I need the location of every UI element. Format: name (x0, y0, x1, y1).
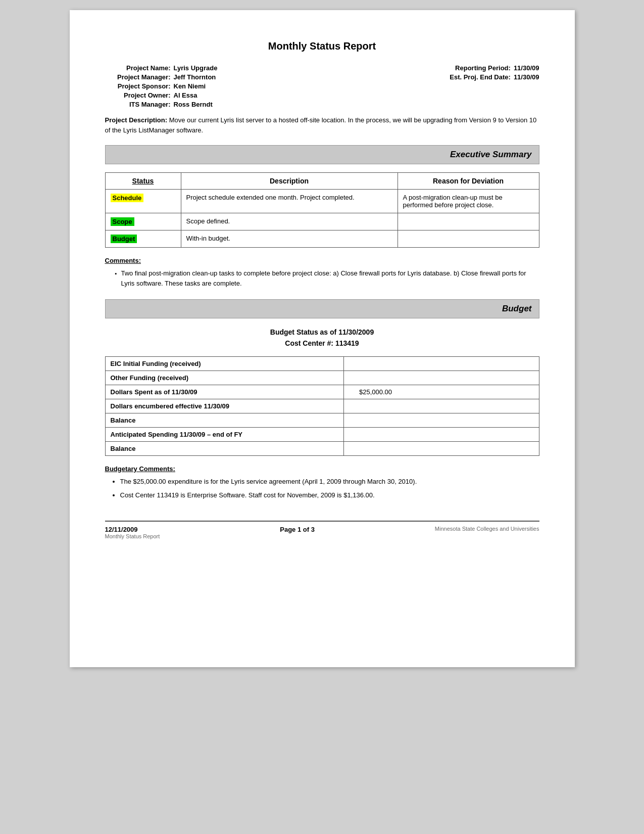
budget-label-cell: Other Funding (received) (105, 370, 343, 385)
budget-value-cell (343, 441, 539, 455)
budget-section-header: Budget (105, 299, 539, 318)
est-end-row: Est. Proj. End Date: 11/30/09 (445, 73, 539, 81)
project-manager-label: Project Manager: (105, 73, 171, 81)
budget-comments-list: The $25,000.00 expenditure is for the Ly… (105, 477, 539, 500)
table-row: ScheduleProject schedule extended one mo… (105, 190, 539, 213)
reporting-period-label: Reporting Period: (445, 64, 511, 72)
project-description: Project Description: Move our current Ly… (105, 115, 539, 135)
executive-summary-header: Executive Summary (105, 145, 539, 164)
comments-title: Comments: (105, 257, 539, 264)
col-reason-header: Reason for Deviation (398, 173, 539, 190)
status-badge: Budget (111, 235, 137, 243)
budget-value-cell (343, 413, 539, 427)
executive-summary-table: Status Description Reason for Deviation … (105, 172, 539, 248)
reason-cell: A post-migration clean-up must be perfor… (398, 190, 539, 213)
project-name-label: Project Name: (105, 64, 171, 72)
project-owner-row: Project Owner: Al Essa (105, 91, 218, 99)
footer-org-name: Minnesota State Colleges and Universitie… (435, 526, 539, 532)
budget-value-cell (343, 399, 539, 413)
footer-date: 12/11/2009 (105, 526, 160, 533)
budget-section-title: Budget (113, 304, 532, 314)
budget-label-cell: Dollars Spent as of 11/30/09 (105, 385, 343, 399)
table-row: Dollars Spent as of 11/30/09$25,000.00 (105, 385, 539, 399)
table-row: Other Funding (received) (105, 370, 539, 385)
reporting-period-value: 11/30/09 (514, 64, 539, 72)
project-sponsor-value: Ken Niemi (174, 82, 206, 90)
header-right: Reporting Period: 11/30/09 Est. Proj. En… (445, 64, 539, 108)
status-cell: Budget (105, 230, 181, 248)
status-badge: Scope (111, 217, 134, 226)
budget-label-cell: Dollars encumbered effective 11/30/09 (105, 399, 343, 413)
col-status-header: Status (105, 173, 181, 190)
project-name-row: Project Name: Lyris Upgrade (105, 64, 218, 72)
status-cell: Scope (105, 213, 181, 230)
budget-value-cell (343, 370, 539, 385)
footer-report-name: Monthly Status Report (105, 533, 160, 539)
list-item: The $25,000.00 expenditure is for the Ly… (120, 477, 539, 487)
bullet-icon: ▪ (115, 269, 117, 288)
est-end-label: Est. Proj. End Date: (445, 73, 511, 81)
table-row: Balance (105, 413, 539, 427)
budget-label-cell: Balance (105, 413, 343, 427)
table-row: EIC Initial Funding (received) (105, 356, 539, 370)
budget-value-cell (343, 356, 539, 370)
project-owner-value: Al Essa (174, 91, 197, 99)
its-manager-value: Ross Berndt (174, 101, 213, 108)
project-sponsor-label: Project Sponsor: (105, 82, 171, 90)
reason-cell (398, 213, 539, 230)
status-badge: Schedule (111, 194, 144, 202)
header-info: Project Name: Lyris Upgrade Project Mana… (105, 64, 539, 108)
budget-value-cell (343, 427, 539, 441)
description-cell: Scope defined. (181, 213, 398, 230)
page: Monthly Status Report Project Name: Lyri… (70, 10, 575, 667)
reporting-period-row: Reporting Period: 11/30/09 (445, 64, 539, 72)
footer-page-info: Page 1 of 3 (280, 526, 315, 533)
budget-status-line2: Cost Center #: 113419 (105, 338, 539, 349)
project-manager-value: Jeff Thornton (174, 73, 216, 81)
comment-text: Two final post-migration clean-up tasks … (121, 268, 539, 288)
table-row: Dollars encumbered effective 11/30/09 (105, 399, 539, 413)
budget-value-cell: $25,000.00 (343, 385, 539, 399)
est-end-value: 11/30/09 (514, 73, 539, 81)
list-item: Cost Center 113419 is Enterprise Softwar… (120, 490, 539, 500)
budget-status-line1: Budget Status as of 11/30/2009 (105, 327, 539, 338)
project-owner-label: Project Owner: (105, 91, 171, 99)
table-header-row: Status Description Reason for Deviation (105, 173, 539, 190)
comments-section: Comments: ▪Two final post-migration clea… (105, 257, 539, 288)
budgetary-comments: Budgetary Comments: The $25,000.00 expen… (105, 465, 539, 500)
budget-label-cell: EIC Initial Funding (received) (105, 356, 343, 370)
table-row: BudgetWith-in budget. (105, 230, 539, 248)
table-row: ScopeScope defined. (105, 213, 539, 230)
executive-summary-title: Executive Summary (113, 150, 532, 160)
project-description-text: Move our current Lyris list server to a … (105, 116, 537, 134)
list-item: ▪Two final post-migration clean-up tasks… (115, 268, 539, 288)
budget-status-title: Budget Status as of 11/30/2009 Cost Cent… (105, 327, 539, 349)
reason-cell (398, 230, 539, 248)
project-sponsor-row: Project Sponsor: Ken Niemi (105, 82, 218, 90)
table-row: Anticipated Spending 11/30/09 – end of F… (105, 427, 539, 441)
project-name-value: Lyris Upgrade (174, 64, 218, 72)
its-manager-row: ITS Manager: Ross Berndt (105, 101, 218, 108)
footer-left: 12/11/2009 Monthly Status Report (105, 526, 160, 539)
comments-list: ▪Two final post-migration clean-up tasks… (105, 268, 539, 288)
description-cell: Project schedule extended one month. Pro… (181, 190, 398, 213)
budget-label-cell: Anticipated Spending 11/30/09 – end of F… (105, 427, 343, 441)
col-desc-header: Description (181, 173, 398, 190)
budget-table: EIC Initial Funding (received)Other Fund… (105, 356, 539, 456)
table-row: Balance (105, 441, 539, 455)
project-manager-row: Project Manager: Jeff Thornton (105, 73, 218, 81)
status-cell: Schedule (105, 190, 181, 213)
header-left: Project Name: Lyris Upgrade Project Mana… (105, 64, 218, 108)
page-title: Monthly Status Report (105, 40, 539, 52)
budgetary-comments-title: Budgetary Comments: (105, 465, 539, 473)
its-manager-label: ITS Manager: (105, 101, 171, 108)
page-footer: 12/11/2009 Monthly Status Report Page 1 … (105, 521, 539, 539)
description-cell: With-in budget. (181, 230, 398, 248)
budget-label-cell: Balance (105, 441, 343, 455)
project-description-label: Project Description: (105, 116, 168, 124)
